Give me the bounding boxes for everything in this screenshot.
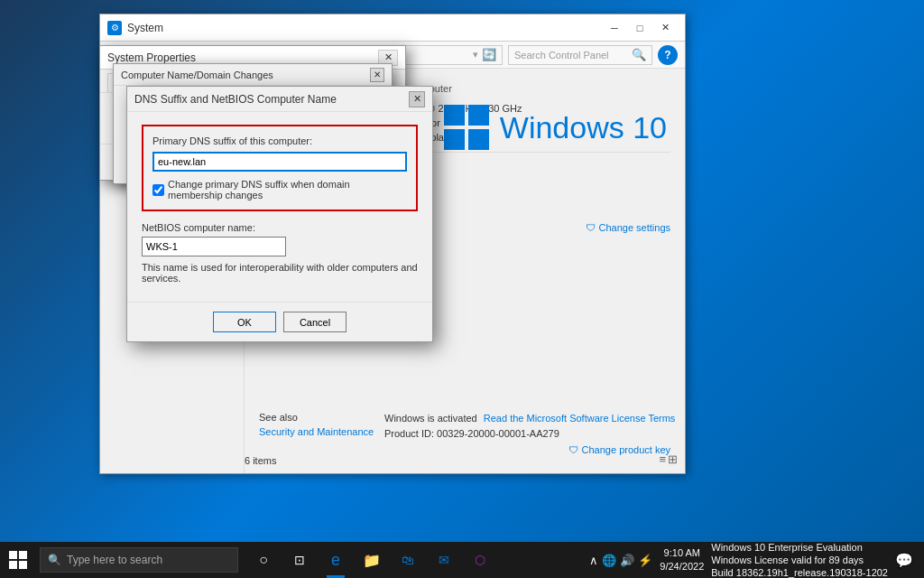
tray-chevron[interactable]: ∧ — [589, 554, 598, 567]
windows-logo-area: Windows 10 — [444, 105, 667, 150]
dns-ok-button[interactable]: OK — [213, 312, 276, 332]
netbios-group: NetBIOS computer name: This name is used… — [142, 222, 418, 284]
taskbar-explorer[interactable]: 📁 — [354, 542, 390, 578]
activation-info: Windows is activated Read the Microsoft … — [384, 413, 675, 424]
minimize-button[interactable]: ─ — [602, 19, 627, 37]
tray-volume-icon: 🔊 — [620, 554, 634, 567]
clock-date: 9/24/2022 — [660, 560, 704, 573]
shield-icon-product: 🛡 — [568, 444, 578, 455]
taskbar-right-area: ∧ 🌐 🔊 ⚡ 9:10 AM 9/24/2022 Windows 10 Ent… — [589, 541, 924, 578]
sys-props-title: System Properties — [107, 51, 378, 64]
items-count: 6 items — [245, 455, 276, 466]
taskbar-cortana[interactable]: ○ — [245, 542, 282, 578]
taskbar: 🔍 Type here to search ○ ⊡ e 📁 🛍 ✉ ⬡ ∧ 🌐 … — [0, 542, 924, 578]
taskbar-search-bar[interactable]: 🔍 Type here to search — [40, 547, 238, 573]
windows-start-icon — [9, 551, 27, 569]
security-maintenance-link[interactable]: Security and Maintenance — [259, 426, 374, 437]
window-controls: ─ □ ✕ — [602, 19, 678, 37]
search-placeholder: Search Control Panel — [514, 50, 609, 61]
change-product-key-link[interactable]: 🛡 Change product key — [568, 444, 670, 455]
cn-dialog-titlebar: Computer Name/Domain Changes ✕ — [114, 64, 392, 86]
primary-dns-input[interactable] — [152, 152, 407, 172]
close-button[interactable]: ✕ — [652, 19, 678, 37]
windows-text: Windows 10 — [500, 112, 667, 143]
svg-rect-6 — [9, 561, 17, 569]
windows10-label: Windows 10 — [500, 112, 667, 143]
taskbar-mail[interactable]: ✉ — [426, 542, 462, 578]
windows-flag-icon — [444, 105, 489, 150]
netbios-input[interactable] — [142, 237, 286, 256]
help-button[interactable]: ? — [658, 45, 678, 65]
clock-time: 9:10 AM — [660, 546, 704, 560]
start-button[interactable] — [0, 542, 36, 578]
grid-view-icon[interactable]: ⊞ — [668, 452, 678, 466]
system-icon: ⚙ — [107, 21, 122, 35]
dns-checkbox-row: Change primary DNS suffix when domain me… — [152, 179, 407, 200]
svg-rect-3 — [468, 129, 489, 150]
read-license-link[interactable]: Read the Microsoft Software License Term… — [484, 413, 676, 424]
system-titlebar: ⚙ System ─ □ ✕ — [100, 14, 685, 42]
dns-dialog-buttons: OK Cancel — [127, 302, 432, 341]
netbios-note: This name is used for interoperability w… — [142, 262, 418, 284]
product-id: Product ID: 00329-20000-00001-AA279 — [384, 428, 559, 439]
taskbar-edge[interactable]: e — [318, 542, 354, 578]
primary-dns-label: Primary DNS suffix of this computer: — [152, 135, 407, 146]
svg-rect-7 — [19, 561, 27, 569]
os-version-info[interactable]: Windows 10 Enterprise Evaluation Windows… — [711, 541, 888, 578]
taskbar-search-placeholder: Type here to search — [67, 554, 162, 566]
dns-close-button[interactable]: ✕ — [409, 91, 425, 107]
dns-checkbox-label: Change primary DNS suffix when domain me… — [168, 179, 407, 200]
dns-dialog-content: Primary DNS suffix of this computer: Cha… — [127, 112, 432, 302]
taskbar-apps: ○ ⊡ e 📁 🛍 ✉ ⬡ — [245, 542, 498, 578]
svg-rect-5 — [19, 551, 27, 559]
tray-battery-icon: ⚡ — [638, 554, 652, 567]
dns-cancel-button[interactable]: Cancel — [283, 312, 346, 332]
tray-network-icon: 🌐 — [602, 554, 616, 567]
taskbar-store[interactable]: 🛍 — [390, 542, 426, 578]
dns-titlebar: DNS Suffix and NetBIOS Computer Name ✕ — [127, 87, 432, 112]
svg-rect-4 — [9, 551, 17, 559]
system-tray-icons: ∧ 🌐 🔊 ⚡ — [589, 554, 652, 567]
cn-close-button[interactable]: ✕ — [370, 68, 384, 82]
shield-icon-settings: 🛡 — [586, 222, 596, 233]
search-icon: 🔍 — [48, 554, 61, 566]
taskbar-app-icon[interactable]: ⬡ — [462, 542, 498, 578]
netbios-label: NetBIOS computer name: — [142, 222, 418, 233]
notification-center-button[interactable]: 💬 — [892, 552, 917, 569]
primary-dns-group: Primary DNS suffix of this computer: Cha… — [142, 125, 418, 211]
svg-rect-0 — [444, 105, 465, 126]
cn-dialog-title: Computer Name/Domain Changes — [121, 70, 370, 80]
view-icons: ≡ ⊞ — [659, 452, 678, 466]
maximize-button[interactable]: □ — [627, 19, 652, 37]
taskbar-taskview[interactable]: ⊡ — [282, 542, 318, 578]
search-field[interactable]: Search Control Panel 🔍 — [508, 45, 652, 65]
dns-suffix-checkbox[interactable] — [152, 184, 164, 196]
system-window-title: System — [127, 22, 602, 34]
svg-rect-1 — [468, 105, 489, 126]
change-settings-link[interactable]: 🛡 Change settings — [586, 222, 671, 233]
desktop: ⚙ System ─ □ ✕ ◀ ▶ ▲ Control Panel > Sys… — [0, 0, 924, 578]
list-view-icon[interactable]: ≡ — [659, 452, 666, 466]
taskbar-clock[interactable]: 9:10 AM 9/24/2022 — [660, 546, 704, 574]
svg-rect-2 — [444, 129, 465, 150]
dns-suffix-dialog: DNS Suffix and NetBIOS Computer Name ✕ P… — [126, 86, 433, 342]
see-also-section: See also Security and Maintenance — [259, 412, 374, 437]
dns-dialog-title: DNS Suffix and NetBIOS Computer Name — [134, 93, 409, 106]
